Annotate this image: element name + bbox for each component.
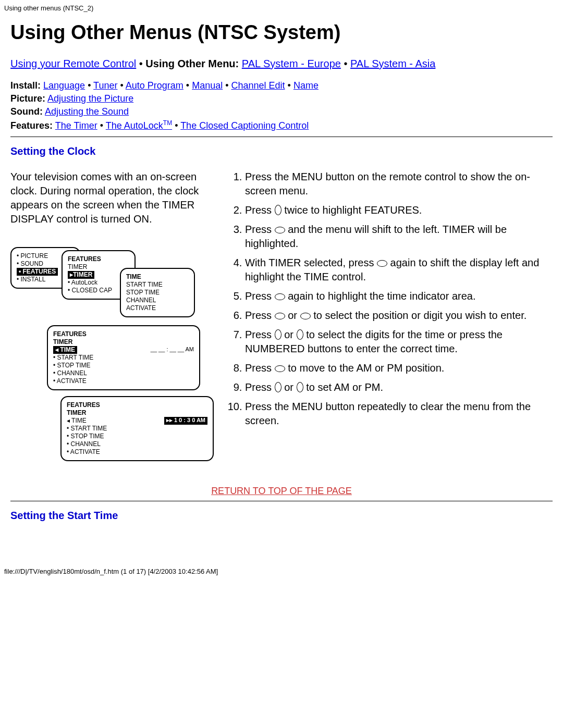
step-5: Press again to highlight the time indica… — [245, 289, 553, 303]
link-manual[interactable]: Manual — [192, 80, 223, 91]
step-3: Press and the menu will shift to the lef… — [245, 223, 553, 251]
top-nav: Using your Remote Control • Using Other … — [10, 56, 553, 71]
step-8: Press to move to the AM or PM position. — [245, 361, 553, 375]
panel-timer-sub: TIME START TIME STOP TIME CHANNEL ACTIVA… — [120, 268, 195, 317]
panel-time-entry-filled: FEATURES TIMER ◂ TIME ▸▸ 1 0 : 3 0 AM • … — [60, 396, 214, 461]
link-auto-program[interactable]: Auto Program — [126, 80, 183, 91]
intro-paragraph: Your television comes with an on-screen … — [10, 170, 214, 226]
page-title: Using Other Menus (NTSC System) — [10, 21, 553, 44]
right-button-icon — [275, 227, 285, 233]
step-1: Press the MENU button on the remote cont… — [245, 170, 553, 198]
label-features: Features: — [10, 120, 53, 131]
link-pal-asia[interactable]: PAL System - Asia — [350, 58, 435, 69]
link-pal-europe[interactable]: PAL System - Europe — [242, 58, 341, 69]
right-button-icon — [377, 260, 387, 267]
section-title-setting-clock: Setting the Clock — [10, 145, 553, 157]
link-timer[interactable]: The Timer — [55, 120, 97, 131]
panel-time-entry-blank: FEATURES TIMER ◂ TIME __ __ : __ __ AM •… — [47, 325, 200, 390]
right-button-icon — [300, 313, 311, 319]
link-autolock[interactable]: The AutoLockTM — [106, 120, 172, 131]
step-10: Press the MENU button repeatedly to clea… — [245, 400, 553, 428]
right-button-icon — [275, 293, 285, 300]
step-7: Press or to select the digits for the ti… — [245, 328, 553, 356]
label-picture: Picture: — [10, 93, 45, 104]
sublinks-block: Install: Language • Tuner • Auto Program… — [10, 79, 553, 132]
up-button-icon — [275, 382, 282, 392]
left-button-icon — [275, 313, 285, 319]
label-using-other-menu: Using Other Menu: — [145, 58, 239, 69]
section-title-start-time: Setting the Start Time — [10, 510, 553, 522]
link-closed-captioning[interactable]: The Closed Captioning Control — [180, 120, 309, 131]
right-button-icon — [275, 365, 285, 372]
down-button-icon — [297, 329, 303, 340]
link-language[interactable]: Language — [43, 80, 85, 91]
header-path: Using other menus (NTSC_2) — [0, 0, 563, 12]
link-adjusting-picture[interactable]: Adjusting the Picture — [47, 93, 133, 104]
step-4: With TIMER selected, press again to shif… — [245, 256, 553, 284]
divider — [10, 137, 553, 137]
link-adjusting-sound[interactable]: Adjusting the Sound — [45, 106, 129, 117]
divider — [10, 501, 553, 501]
down-button-icon — [297, 382, 303, 392]
link-remote-control[interactable]: Using your Remote Control — [10, 58, 136, 69]
label-install: Install: — [10, 80, 41, 91]
return-to-top-link[interactable]: RETURN TO TOP OF THE PAGE — [211, 486, 352, 496]
step-2: Press twice to highlight FEATURES. — [245, 203, 553, 217]
step-6: Press or to select the position or digit… — [245, 309, 553, 323]
label-sound: Sound: — [10, 106, 43, 117]
link-tuner[interactable]: Tuner — [93, 80, 117, 91]
step-9: Press or to set AM or PM. — [245, 380, 553, 394]
down-button-icon — [275, 205, 282, 215]
steps-list: Press the MENU button on the remote cont… — [226, 170, 553, 428]
link-channel-edit[interactable]: Channel Edit — [231, 80, 285, 91]
up-button-icon — [275, 329, 282, 340]
link-name[interactable]: Name — [293, 80, 319, 91]
osd-diagram: • PICTURE • SOUND • FEATURES • INSTALL F… — [10, 247, 203, 476]
footer-path: file:///D|/TV/english/180mt/osd/n_f.htm … — [0, 547, 563, 575]
